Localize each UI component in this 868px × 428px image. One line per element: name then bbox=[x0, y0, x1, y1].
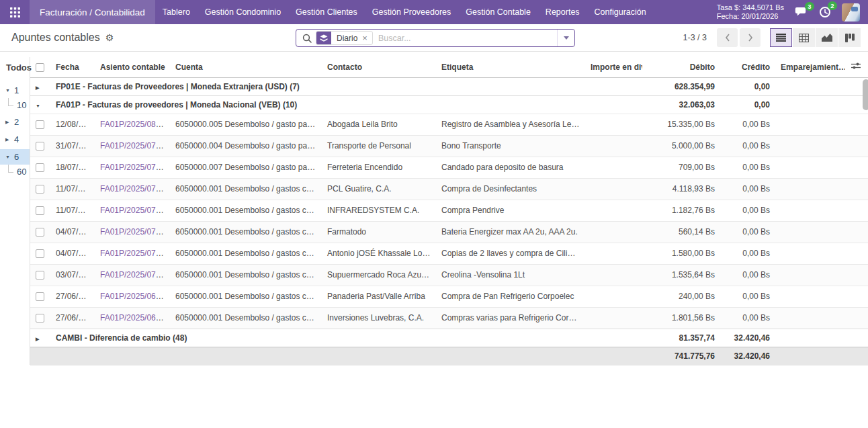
user-avatar[interactable] bbox=[842, 3, 860, 22]
cell-asiento: FA01P/2025/07/00… bbox=[95, 178, 170, 200]
col-fecha[interactable]: Fecha bbox=[50, 57, 95, 77]
messages-badge: 3 bbox=[805, 2, 814, 11]
gear-icon[interactable]: ⚙ bbox=[105, 33, 114, 42]
search-box[interactable]: Diario × bbox=[296, 29, 575, 47]
search-input[interactable] bbox=[378, 34, 557, 43]
nav-menu-reportes[interactable]: Reportes bbox=[538, 0, 587, 24]
col-cuenta[interactable]: Cuenta bbox=[170, 57, 322, 77]
table-row[interactable]: 11/07/2025FA01P/2025/07/00…6050000.001 D… bbox=[30, 178, 868, 200]
entry-link[interactable]: FA01P/2025/06/00… bbox=[100, 292, 170, 301]
active-app-title[interactable]: Facturación / Contabilidad bbox=[30, 0, 155, 24]
col-credito[interactable]: Crédito bbox=[720, 57, 775, 77]
entry-link[interactable]: FA01P/2025/07/00… bbox=[100, 206, 170, 215]
tree-child-60[interactable]: 60 bbox=[0, 165, 30, 179]
pager-previous-button[interactable] bbox=[717, 28, 738, 47]
col-etiqueta[interactable]: Etiqueta bbox=[436, 57, 585, 77]
nav-menu-gesti-n-proveedores[interactable]: Gestión Proveedores bbox=[365, 0, 458, 24]
nav-menu-gesti-n-clientes[interactable]: Gestión Clientes bbox=[288, 0, 365, 24]
group-row-cambi[interactable]: ▶CAMBI - Diferencia de cambio (48)81.357… bbox=[30, 329, 868, 347]
table-row[interactable]: 12/08/2025FA01P/2025/08/00…6050000.005 D… bbox=[30, 114, 868, 135]
table-row[interactable]: 03/07/2025FA01P/2025/07/00…6050000.001 D… bbox=[30, 264, 868, 286]
pivot-view-button[interactable] bbox=[793, 28, 815, 47]
group-toggle[interactable]: ▶ bbox=[30, 77, 50, 95]
entry-link[interactable]: FA01P/2025/06/00… bbox=[100, 313, 170, 323]
row-checkbox[interactable] bbox=[36, 228, 44, 237]
entry-link[interactable]: FA01P/2025/07/00… bbox=[100, 163, 170, 172]
col-debito[interactable]: Débito bbox=[642, 57, 720, 77]
group-label: CAMBI - Diferencia de cambio (48) bbox=[50, 329, 585, 347]
table-row[interactable]: 18/07/2025FA01P/2025/07/00…6050000.007 D… bbox=[30, 157, 868, 178]
search-facet: Diario × bbox=[316, 31, 373, 45]
cell-emparejamiento bbox=[775, 200, 845, 221]
table-header-row: Fecha Asiento contable Cuenta Contacto E… bbox=[30, 57, 868, 77]
row-checkbox[interactable] bbox=[36, 314, 44, 323]
group-row-fa01p[interactable]: ▼FA01P - Facturas de proveedores | Moned… bbox=[30, 95, 868, 114]
row-checkbox[interactable] bbox=[36, 249, 44, 258]
col-importe-divisa[interactable]: Importe en div… bbox=[585, 57, 642, 77]
activities-button[interactable]: 2 bbox=[819, 6, 831, 18]
scrollbar-thumb[interactable] bbox=[863, 79, 868, 110]
group-row-fp01e[interactable]: ▶FP01E - Facturas de Proveedores | Moned… bbox=[30, 77, 868, 95]
entries-table-wrap: Fecha Asiento contable Cuenta Contacto E… bbox=[30, 57, 868, 366]
entry-link[interactable]: FA01P/2025/07/00… bbox=[100, 184, 170, 194]
cell-emparejamiento bbox=[775, 157, 845, 178]
facet-close-icon[interactable]: × bbox=[361, 32, 372, 44]
cell-credito: 0,00 Bs bbox=[720, 221, 775, 243]
cell-contacto: Farmatodo bbox=[322, 221, 436, 243]
tree-item-1[interactable]: ▼1 bbox=[0, 83, 30, 98]
entry-link[interactable]: FA01P/2025/08/00… bbox=[100, 120, 170, 129]
col-emparejamiento[interactable]: Emparejamient… bbox=[775, 57, 845, 77]
group-toggle[interactable]: ▼ bbox=[30, 95, 50, 114]
col-asiento-contable[interactable]: Asiento contable bbox=[95, 57, 170, 77]
cell-importe bbox=[585, 264, 642, 286]
col-contacto[interactable]: Contacto bbox=[322, 57, 436, 77]
search-dropdown-toggle[interactable] bbox=[557, 30, 574, 46]
tree-item-2[interactable]: ▶2 bbox=[0, 114, 30, 130]
list-view-button[interactable] bbox=[770, 28, 792, 47]
select-all-checkbox[interactable] bbox=[36, 63, 44, 72]
entry-link[interactable]: FA01P/2025/07/00… bbox=[100, 270, 170, 280]
table-row[interactable]: 11/07/2025FA01P/2025/07/00…6050000.001 D… bbox=[30, 200, 868, 221]
messages-button[interactable]: 3 bbox=[795, 7, 808, 17]
nav-menu-tablero[interactable]: Tablero bbox=[155, 0, 198, 24]
table-row[interactable]: 04/07/2025FA01P/2025/07/00…6050000.001 D… bbox=[30, 221, 868, 243]
cell-debito: 1.535,64 Bs bbox=[642, 264, 720, 286]
cell-fecha: 04/07/2025 bbox=[50, 243, 95, 264]
caret-right-icon: ▶ bbox=[36, 337, 42, 342]
entry-link[interactable]: FA01P/2025/07/00… bbox=[100, 227, 170, 237]
nav-menu-gesti-n-condominio[interactable]: Gestión Condominio bbox=[198, 0, 288, 24]
tree-item-label: 2 bbox=[14, 117, 19, 127]
group-toggle[interactable]: ▶ bbox=[30, 329, 50, 347]
table-row[interactable]: 31/07/2025FA01P/2025/07/00…6050000.004 D… bbox=[30, 135, 868, 157]
table-row[interactable]: 27/06/2025FA01P/2025/06/00…6050000.001 D… bbox=[30, 286, 868, 307]
graph-view-button[interactable] bbox=[816, 28, 838, 47]
cell-etiqueta: Compra Pendrive bbox=[436, 200, 585, 221]
row-checkbox[interactable] bbox=[36, 271, 44, 280]
tree-item-6[interactable]: ▼6 bbox=[0, 149, 30, 165]
row-checkbox[interactable] bbox=[36, 142, 44, 151]
cell-checkbox bbox=[30, 221, 50, 243]
entry-link[interactable]: FA01P/2025/07/00… bbox=[100, 249, 170, 258]
caret-right-icon: ▶ bbox=[5, 120, 11, 125]
table-row[interactable]: 27/06/2025FA01P/2025/06/00…6050000.001 D… bbox=[30, 307, 868, 329]
cell-contacto: PCL Guatire, C.A. bbox=[322, 178, 436, 200]
group-importe bbox=[585, 77, 642, 95]
apps-menu-button[interactable] bbox=[0, 0, 30, 24]
entry-link[interactable]: FA01P/2025/07/00… bbox=[100, 141, 170, 151]
optional-columns-button[interactable] bbox=[845, 57, 868, 77]
row-checkbox[interactable] bbox=[36, 292, 44, 301]
tree-child-10[interactable]: 10 bbox=[0, 98, 30, 112]
row-checkbox[interactable] bbox=[36, 120, 44, 129]
table-row[interactable]: 04/07/2025FA01P/2025/07/00…6050000.001 D… bbox=[30, 243, 868, 264]
nav-menu-configuraci-n[interactable]: Configuración bbox=[587, 0, 654, 24]
pager-next-button[interactable] bbox=[740, 28, 761, 47]
row-checkbox[interactable] bbox=[36, 163, 44, 172]
kanban-view-button[interactable] bbox=[838, 28, 861, 47]
cell-importe bbox=[585, 114, 642, 135]
row-checkbox[interactable] bbox=[36, 185, 44, 194]
cell-importe bbox=[585, 178, 642, 200]
cell-checkbox bbox=[30, 264, 50, 286]
tree-item-4[interactable]: ▶4 bbox=[0, 132, 30, 147]
nav-menu-gesti-n-contable[interactable]: Gestión Contable bbox=[458, 0, 538, 24]
row-checkbox[interactable] bbox=[36, 206, 44, 215]
